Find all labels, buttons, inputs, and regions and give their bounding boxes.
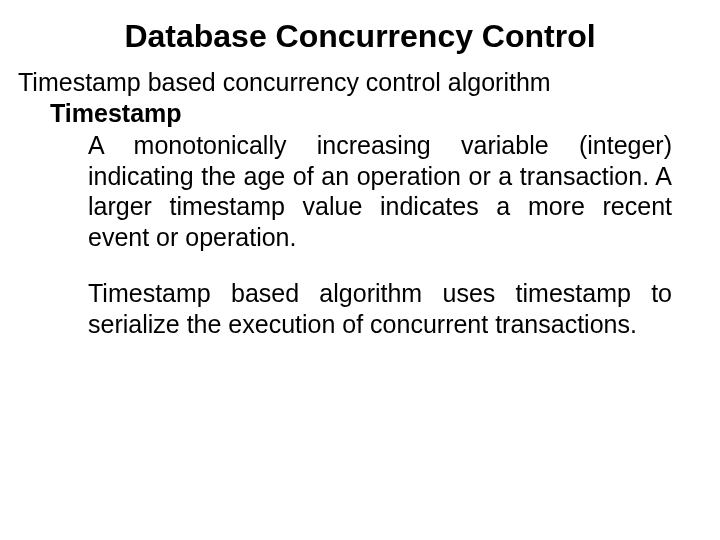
- term-heading: Timestamp: [50, 99, 690, 128]
- explanation-paragraph: Timestamp based algorithm uses timestamp…: [88, 278, 672, 339]
- slide-title: Database Concurrency Control: [0, 18, 720, 55]
- slide-body: Timestamp based concurrency control algo…: [18, 68, 690, 339]
- definition-paragraph: A monotonically increasing variable (int…: [88, 130, 672, 252]
- subtitle-text: Timestamp based concurrency control algo…: [18, 68, 690, 97]
- slide: Database Concurrency Control Timestamp b…: [0, 0, 720, 540]
